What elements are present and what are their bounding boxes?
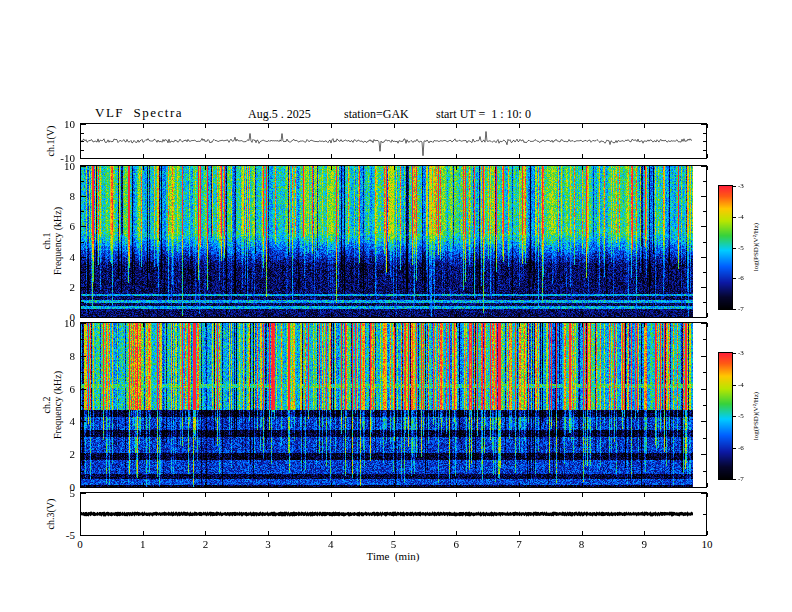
- y-tick-mark: [81, 389, 86, 390]
- x-tick-mark: [519, 493, 520, 497]
- x-tick-mark: [519, 313, 520, 317]
- x-tick-mark: [331, 483, 332, 487]
- y-tick-mark: [703, 133, 706, 134]
- x-tick-mark: [456, 323, 457, 327]
- ch2-colorbar-canvas: [719, 353, 732, 479]
- x-tick-mark: [331, 531, 332, 535]
- colorbar-tick-mark: [733, 448, 736, 449]
- y-tick-mark: [81, 124, 86, 125]
- y-tick-mark: [703, 514, 706, 515]
- ch3-waveform-panel: [80, 492, 707, 536]
- colorbar-tick-label: -4: [738, 381, 744, 389]
- y-tick-mark: [81, 438, 84, 439]
- y-tick-mark: [81, 226, 86, 227]
- x-tick-label: 9: [642, 538, 648, 550]
- x-tick-mark: [331, 166, 332, 170]
- y-tick-label: 8: [70, 190, 76, 202]
- y-tick-mark: [81, 487, 86, 488]
- x-tick-mark: [519, 124, 520, 128]
- x-tick-mark: [394, 166, 395, 170]
- ch1-colorbar-canvas: [719, 186, 732, 309]
- x-tick-mark: [644, 323, 645, 327]
- y-tick-mark: [81, 323, 86, 324]
- y-tick-mark: [81, 535, 86, 536]
- x-tick-mark: [582, 531, 583, 535]
- x-tick-label: 10: [702, 538, 713, 550]
- y-tick-mark: [81, 166, 86, 167]
- x-tick-mark: [205, 166, 206, 170]
- y-tick-mark: [701, 257, 706, 258]
- x-tick-mark: [394, 483, 395, 487]
- y-tick-mark: [81, 317, 86, 318]
- y-tick-mark: [703, 302, 706, 303]
- colorbar-tick-label: -5: [738, 412, 744, 420]
- y-tick-mark: [703, 339, 706, 340]
- ch2-spectrogram-canvas: [81, 323, 706, 487]
- ch3-waveform-canvas: [81, 493, 706, 535]
- x-tick-mark: [707, 166, 708, 170]
- x-tick-mark: [143, 483, 144, 487]
- y-tick-mark: [81, 339, 84, 340]
- x-tick-mark: [456, 124, 457, 128]
- colorbar-tick-mark: [733, 186, 736, 187]
- y-tick-mark: [703, 181, 706, 182]
- x-tick-mark: [644, 154, 645, 158]
- x-tick-mark: [707, 531, 708, 535]
- x-tick-label: 2: [203, 538, 209, 550]
- y-tick-mark: [701, 535, 706, 536]
- y-tick-mark: [81, 421, 86, 422]
- ch1-waveform-canvas: [81, 124, 706, 158]
- x-tick-label: 4: [328, 538, 334, 550]
- x-tick-mark: [268, 166, 269, 170]
- ch1-axis-unit: Frequency (kHz): [52, 207, 63, 275]
- x-tick-mark: [519, 166, 520, 170]
- start-ut-label: start UT = 1 : 10: 0: [436, 107, 531, 122]
- y-tick-mark: [701, 356, 706, 357]
- x-tick-mark: [456, 493, 457, 497]
- y-tick-mark: [701, 158, 706, 159]
- y-tick-label: -5: [66, 529, 75, 541]
- x-tick-label: 3: [265, 538, 271, 550]
- x-tick-mark: [582, 166, 583, 170]
- y-tick-label: 2: [70, 281, 76, 293]
- x-tick-mark: [143, 154, 144, 158]
- x-tick-label: 5: [391, 538, 397, 550]
- x-tick-label: 6: [453, 538, 459, 550]
- y-tick-mark: [81, 242, 84, 243]
- colorbar-tick-mark: [733, 385, 736, 386]
- ch1-colorbar-label: log(PSD)(V²/Hz): [751, 223, 762, 271]
- y-tick-label: 4: [70, 251, 76, 263]
- x-tick-mark: [205, 493, 206, 497]
- x-tick-mark: [519, 483, 520, 487]
- colorbar-tick-mark: [733, 248, 736, 249]
- ch1-frequency-axis-label: ch.1 Frequency (kHz): [41, 207, 63, 275]
- y-tick-mark: [703, 405, 706, 406]
- x-tick-mark: [394, 124, 395, 128]
- y-tick-mark: [701, 317, 706, 318]
- x-tick-mark: [456, 313, 457, 317]
- y-tick-mark: [701, 196, 706, 197]
- y-tick-mark: [703, 272, 706, 273]
- colorbar-tick-mark: [733, 416, 736, 417]
- colorbar-tick-label: -7: [738, 475, 744, 483]
- x-tick-mark: [143, 323, 144, 327]
- x-tick-mark: [519, 531, 520, 535]
- vlf-spectra-figure: VLF Spectra Aug.5 . 2025 station=GAK sta…: [0, 0, 792, 612]
- x-tick-mark: [582, 124, 583, 128]
- x-tick-mark: [707, 483, 708, 487]
- x-tick-mark: [143, 124, 144, 128]
- y-tick-mark: [701, 226, 706, 227]
- ch1-colorbar: [718, 185, 733, 310]
- x-tick-label: 7: [516, 538, 522, 550]
- x-tick-mark: [205, 154, 206, 158]
- time-axis-label: Time (min): [367, 550, 420, 562]
- ch2-frequency-axis-label: ch.2 Frequency (kHz): [41, 371, 63, 439]
- ch2-spectrogram-panel: [80, 322, 707, 488]
- y-tick-mark: [703, 150, 706, 151]
- colorbar-tick-mark: [733, 217, 736, 218]
- x-tick-mark: [394, 323, 395, 327]
- x-tick-mark: [205, 323, 206, 327]
- y-tick-label: 10: [64, 317, 75, 329]
- ch1-spectrogram-canvas: [81, 166, 706, 317]
- ch1-spectrogram-panel: [80, 165, 707, 318]
